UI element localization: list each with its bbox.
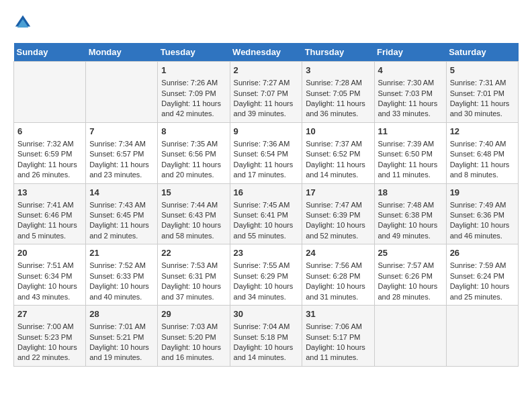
day-number: 9 — [234, 126, 299, 138]
calendar-cell — [446, 306, 518, 367]
weekday-header-monday: Monday — [86, 43, 158, 62]
day-info: Sunrise: 7:59 AM — [450, 261, 515, 271]
day-info: Sunset: 7:01 PM — [450, 89, 515, 99]
calendar-cell: 29Sunrise: 7:03 AMSunset: 5:20 PMDayligh… — [158, 306, 230, 367]
calendar-cell: 28Sunrise: 7:01 AMSunset: 5:21 PMDayligh… — [86, 306, 158, 367]
calendar-cell: 20Sunrise: 7:51 AMSunset: 6:34 PMDayligh… — [14, 244, 86, 306]
day-info: Daylight: 10 hours and 40 minutes. — [89, 281, 154, 302]
day-info: Sunrise: 7:41 AM — [17, 200, 82, 210]
weekday-header-sunday: Sunday — [14, 43, 86, 62]
day-info: Daylight: 11 hours and 14 minutes. — [306, 160, 370, 181]
calendar-cell: 1Sunrise: 7:26 AMSunset: 7:09 PMDaylight… — [158, 62, 230, 123]
calendar-cell — [374, 306, 446, 367]
day-info: Daylight: 11 hours and 26 minutes. — [17, 160, 82, 181]
day-info: Daylight: 10 hours and 31 minutes. — [306, 281, 370, 302]
day-info: Sunset: 6:24 PM — [450, 271, 515, 281]
day-info: Sunrise: 7:37 AM — [306, 139, 370, 149]
day-number: 18 — [378, 187, 443, 199]
day-number: 8 — [161, 126, 226, 138]
day-number: 31 — [306, 308, 370, 320]
day-info: Sunrise: 7:32 AM — [17, 139, 82, 149]
day-number: 25 — [378, 247, 443, 259]
day-info: Sunrise: 7:27 AM — [234, 78, 299, 88]
day-info: Sunset: 6:52 PM — [306, 149, 370, 159]
day-info: Sunrise: 7:51 AM — [17, 261, 82, 271]
calendar-week-3: 13Sunrise: 7:41 AMSunset: 6:46 PMDayligh… — [14, 183, 519, 244]
day-info: Sunrise: 7:03 AM — [161, 322, 226, 332]
day-number: 2 — [234, 64, 299, 77]
day-number: 28 — [89, 308, 154, 320]
day-number: 29 — [161, 308, 226, 320]
day-info: Sunrise: 7:26 AM — [161, 78, 226, 88]
day-info: Sunset: 6:29 PM — [234, 271, 299, 281]
day-number: 13 — [17, 187, 82, 199]
day-info: Daylight: 10 hours and 19 minutes. — [89, 342, 154, 363]
day-info: Sunset: 6:57 PM — [89, 149, 154, 159]
weekday-header-friday: Friday — [374, 43, 446, 62]
day-info: Daylight: 11 hours and 20 minutes. — [161, 160, 226, 181]
calendar-cell: 8Sunrise: 7:35 AMSunset: 6:56 PMDaylight… — [158, 122, 230, 183]
day-info: Sunset: 6:38 PM — [378, 210, 443, 220]
day-info: Sunrise: 7:36 AM — [234, 139, 299, 149]
day-info: Sunrise: 7:43 AM — [89, 200, 154, 210]
day-info: Sunset: 6:45 PM — [89, 210, 154, 220]
day-number: 15 — [161, 187, 226, 199]
day-info: Sunrise: 7:57 AM — [378, 261, 443, 271]
day-info: Daylight: 10 hours and 22 minutes. — [17, 342, 82, 363]
weekday-header-wednesday: Wednesday — [230, 43, 302, 62]
day-info: Daylight: 10 hours and 58 minutes. — [161, 220, 226, 241]
day-info: Daylight: 10 hours and 43 minutes. — [17, 281, 82, 302]
day-info: Sunset: 7:09 PM — [161, 89, 226, 99]
page-header — [13, 13, 519, 32]
day-number: 5 — [450, 64, 515, 77]
day-info: Sunrise: 7:40 AM — [450, 139, 515, 149]
day-info: Sunset: 7:07 PM — [234, 89, 299, 99]
day-info: Daylight: 11 hours and 8 minutes. — [450, 160, 515, 181]
calendar-cell: 11Sunrise: 7:39 AMSunset: 6:50 PMDayligh… — [374, 122, 446, 183]
day-number: 12 — [450, 126, 515, 138]
calendar-table: SundayMondayTuesdayWednesdayThursdayFrid… — [13, 43, 519, 367]
day-info: Daylight: 11 hours and 2 minutes. — [89, 220, 154, 241]
day-info: Sunrise: 7:34 AM — [89, 139, 154, 149]
calendar-cell: 19Sunrise: 7:49 AMSunset: 6:36 PMDayligh… — [446, 183, 518, 244]
day-info: Sunrise: 7:30 AM — [378, 78, 443, 88]
day-info: Sunset: 5:21 PM — [89, 332, 154, 342]
day-info: Daylight: 11 hours and 11 minutes. — [378, 160, 443, 181]
day-info: Sunset: 5:20 PM — [161, 332, 226, 342]
day-info: Sunset: 6:41 PM — [234, 210, 299, 220]
day-info: Daylight: 11 hours and 30 minutes. — [450, 99, 515, 120]
day-info: Sunrise: 7:06 AM — [306, 322, 370, 332]
day-info: Sunset: 5:17 PM — [306, 332, 370, 342]
day-info: Daylight: 10 hours and 25 minutes. — [450, 281, 515, 302]
day-info: Sunrise: 7:56 AM — [306, 261, 370, 271]
calendar-cell: 7Sunrise: 7:34 AMSunset: 6:57 PMDaylight… — [86, 122, 158, 183]
day-number: 23 — [234, 247, 299, 259]
day-info: Sunrise: 7:52 AM — [89, 261, 154, 271]
day-number: 10 — [306, 126, 370, 138]
calendar-cell: 12Sunrise: 7:40 AMSunset: 6:48 PMDayligh… — [446, 122, 518, 183]
day-number: 21 — [89, 247, 154, 259]
day-info: Sunset: 5:23 PM — [17, 332, 82, 342]
calendar-week-1: 1Sunrise: 7:26 AMSunset: 7:09 PMDaylight… — [14, 62, 519, 123]
calendar-cell: 3Sunrise: 7:28 AMSunset: 7:05 PMDaylight… — [302, 62, 374, 123]
day-info: Daylight: 11 hours and 42 minutes. — [161, 99, 226, 120]
day-info: Sunset: 7:05 PM — [306, 89, 370, 99]
calendar-week-5: 27Sunrise: 7:00 AMSunset: 5:23 PMDayligh… — [14, 306, 519, 367]
calendar-cell: 6Sunrise: 7:32 AMSunset: 6:59 PMDaylight… — [14, 122, 86, 183]
day-info: Sunrise: 7:31 AM — [450, 78, 515, 88]
calendar-cell: 24Sunrise: 7:56 AMSunset: 6:28 PMDayligh… — [302, 244, 374, 306]
day-info: Sunrise: 7:47 AM — [306, 200, 370, 210]
calendar-cell: 23Sunrise: 7:55 AMSunset: 6:29 PMDayligh… — [230, 244, 302, 306]
calendar-cell: 21Sunrise: 7:52 AMSunset: 6:33 PMDayligh… — [86, 244, 158, 306]
day-info: Sunset: 6:31 PM — [161, 271, 226, 281]
calendar-week-2: 6Sunrise: 7:32 AMSunset: 6:59 PMDaylight… — [14, 122, 519, 183]
calendar-cell: 25Sunrise: 7:57 AMSunset: 6:26 PMDayligh… — [374, 244, 446, 306]
day-info: Sunrise: 7:48 AM — [378, 200, 443, 210]
day-info: Sunset: 6:26 PM — [378, 271, 443, 281]
day-info: Daylight: 10 hours and 28 minutes. — [378, 281, 443, 302]
day-info: Sunset: 6:46 PM — [17, 210, 82, 220]
day-info: Sunset: 6:34 PM — [17, 271, 82, 281]
day-info: Sunrise: 7:04 AM — [234, 322, 299, 332]
day-info: Sunset: 6:59 PM — [17, 149, 82, 159]
day-info: Daylight: 11 hours and 36 minutes. — [306, 99, 370, 120]
